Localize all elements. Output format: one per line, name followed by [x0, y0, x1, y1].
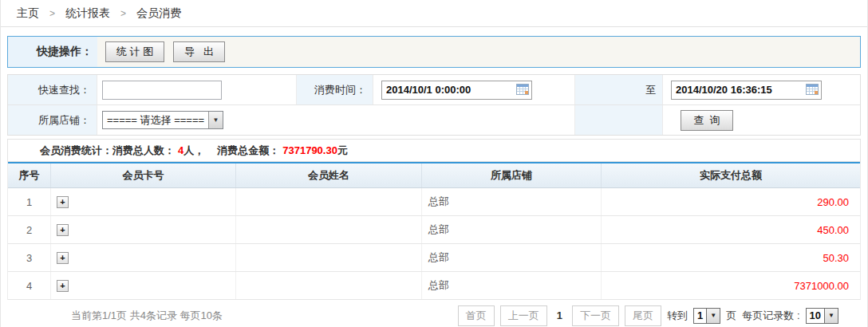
expand-row-icon[interactable]: +	[57, 224, 69, 236]
store-cell: 总部	[422, 272, 602, 299]
breadcrumb-separator-icon: >	[49, 8, 55, 19]
store-select-cell: ===== 请选择 ===== ▼	[97, 105, 575, 135]
first-page-button[interactable]: 首页	[458, 305, 495, 326]
member-name-cell	[236, 216, 422, 243]
consume-time-from-cell	[373, 75, 575, 104]
filter-row-1: 快速查找： 消费时间： 至	[8, 75, 860, 104]
date-from-box	[381, 81, 532, 100]
calendar-icon[interactable]	[516, 84, 529, 95]
member-name-cell	[236, 244, 422, 271]
chevron-down-icon[interactable]: ▼	[824, 309, 838, 323]
row-index-cell: 1	[8, 188, 51, 215]
row-index-cell: 4	[8, 272, 51, 299]
summary-amount-label: 消费总金额：	[217, 144, 279, 158]
column-header-card-number: 会员卡号	[51, 164, 236, 187]
table-body: 1+总部290.002+总部450.003+总部50.304+总部7371000…	[8, 188, 860, 300]
table-row: 2+总部450.00	[8, 216, 860, 244]
breadcrumb-home[interactable]: 主页	[17, 6, 39, 21]
store-select-value: ===== 请选择 =====	[103, 112, 208, 128]
store-cell: 总部	[422, 244, 602, 271]
breadcrumb-statistics-report[interactable]: 统计报表	[65, 6, 110, 21]
table-row: 4+总部7371000.00	[8, 272, 860, 300]
export-button[interactable]: 导 出	[173, 41, 225, 62]
breadcrumb-member-consumption[interactable]: 会员消费	[136, 6, 181, 21]
table-row: 1+总部290.00	[8, 188, 860, 216]
goto-page-value: 1	[694, 309, 706, 323]
date-to-input[interactable]	[671, 81, 822, 100]
expand-row-icon[interactable]: +	[57, 252, 69, 264]
pagesize-select[interactable]: 10 ▼	[806, 308, 838, 324]
member-name-cell	[236, 272, 422, 299]
summary-bar: 会员消费统计： 消费总人数： 4 人， 消费总金额： 7371790.30 元	[7, 139, 861, 162]
expand-row-icon[interactable]: +	[57, 280, 69, 292]
paid-amount-cell: 50.30	[602, 244, 860, 271]
quick-operations-body: 统 计 图 导 出	[97, 37, 860, 67]
current-page-number: 1	[557, 309, 562, 321]
chevron-down-icon[interactable]: ▼	[706, 309, 720, 323]
filter-row-2: 所属店铺： ===== 请选择 ===== ▼ 查 询	[8, 104, 860, 135]
quick-operations-label: 快捷操作：	[8, 37, 97, 67]
breadcrumb-separator-icon: >	[120, 8, 126, 19]
member-name-cell	[236, 188, 422, 215]
filter-spacer-cell	[575, 105, 663, 135]
column-header-paid-total: 实际支付总额	[602, 164, 860, 187]
pagesize-value: 10	[807, 309, 824, 323]
store-cell: 总部	[422, 188, 602, 215]
pagination-info: 当前第1/1页 共4条记录 每页10条	[71, 309, 223, 323]
consume-time-to-cell	[663, 75, 860, 104]
goto-label: 转到	[667, 309, 688, 323]
goto-suffix: 页	[726, 309, 736, 323]
paid-amount-cell: 450.00	[602, 216, 860, 243]
pagesize-label: 每页记录数 :	[742, 309, 799, 323]
chevron-down-icon[interactable]: ▼	[208, 112, 223, 128]
date-to-box	[671, 81, 822, 100]
last-page-button[interactable]: 尾页	[625, 305, 661, 326]
store-cell: 总部	[422, 216, 602, 243]
summary-count-suffix: 人，	[183, 144, 204, 158]
pagination-controls: 首页 上一页 1 下一页 尾页 转到 1 ▼ 页 每页记录数 : 10 ▼	[458, 305, 838, 326]
card-number-cell: +	[51, 272, 236, 299]
prev-page-button[interactable]: 上一页	[500, 305, 547, 326]
quick-search-cell	[97, 75, 297, 104]
paid-amount-cell: 290.00	[602, 188, 860, 215]
quick-search-input[interactable]	[102, 81, 222, 100]
summary-amount-suffix: 元	[337, 144, 348, 158]
next-page-button[interactable]: 下一页	[572, 305, 619, 326]
column-header-store: 所属店铺	[422, 164, 602, 187]
summary-amount-value: 7371790.30	[282, 144, 337, 156]
filter-panel: 快速查找： 消费时间： 至	[7, 74, 861, 136]
query-cell: 查 询	[663, 105, 860, 135]
quick-search-label: 快速查找：	[8, 75, 97, 104]
store-label: 所属店铺：	[8, 105, 97, 135]
card-number-cell: +	[51, 216, 236, 243]
table-header: 序号 会员卡号 会员姓名 所属店铺 实际支付总额	[8, 162, 860, 188]
summary-count-label: 消费总人数：	[112, 144, 175, 158]
consume-time-label: 消费时间：	[297, 75, 373, 104]
expand-row-icon[interactable]: +	[57, 196, 69, 208]
calendar-icon[interactable]	[806, 84, 819, 95]
row-index-cell: 2	[8, 216, 51, 243]
column-header-index: 序号	[8, 164, 51, 187]
member-consumption-report-page: 主页 > 统计报表 > 会员消费 快捷操作： 统 计 图 导 出 快速查找： 消…	[0, 0, 868, 327]
member-consumption-table: 序号 会员卡号 会员姓名 所属店铺 实际支付总额 1+总部290.002+总部4…	[7, 162, 861, 300]
column-header-member-name: 会员姓名	[236, 164, 422, 187]
pagination-bar: 当前第1/1页 共4条记录 每页10条 首页 上一页 1 下一页 尾页 转到 1…	[1, 300, 867, 327]
card-number-cell: +	[51, 188, 236, 215]
query-button[interactable]: 查 询	[681, 110, 733, 131]
row-index-cell: 3	[8, 244, 51, 271]
store-select[interactable]: ===== 请选择 ===== ▼	[102, 111, 223, 129]
statistics-chart-button[interactable]: 统 计 图	[105, 41, 164, 62]
to-label: 至	[575, 75, 663, 104]
date-from-input[interactable]	[381, 81, 532, 100]
paid-amount-cell: 7371000.00	[602, 272, 860, 299]
goto-page-select[interactable]: 1 ▼	[693, 308, 720, 324]
breadcrumb: 主页 > 统计报表 > 会员消费	[1, 0, 867, 27]
summary-title: 会员消费统计：	[40, 144, 112, 158]
table-row: 3+总部50.30	[8, 244, 860, 272]
quick-operations-toolbar: 快捷操作： 统 计 图 导 出	[7, 36, 861, 68]
card-number-cell: +	[51, 244, 236, 271]
